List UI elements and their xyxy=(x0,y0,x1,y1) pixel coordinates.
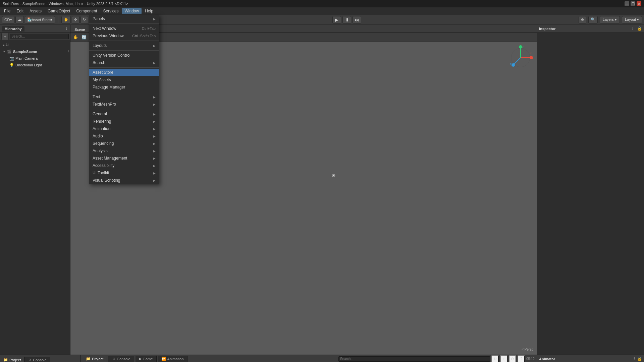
move-tool[interactable]: ✛ xyxy=(72,16,79,23)
audio-arrow: ▶ xyxy=(153,134,156,138)
menu-next-window[interactable]: Next Window Ctrl+Tab xyxy=(89,25,159,32)
menu-textmeshpro[interactable]: TextMeshPro ▶ xyxy=(89,101,159,108)
tab-scene[interactable]: Scene xyxy=(70,26,89,33)
hierarchy-scene-item[interactable]: ▼ 🎬 SampleScene ⋮ xyxy=(0,48,70,55)
menu-general[interactable]: General ▶ xyxy=(89,110,159,118)
assets-add-btn[interactable]: + xyxy=(500,355,507,362)
assets-help-btn[interactable]: ? xyxy=(518,355,525,362)
menu-services[interactable]: Services xyxy=(100,8,121,14)
menu-asset-store[interactable]: Asset Store xyxy=(89,69,159,76)
next-window-shortcut: Ctrl+Tab xyxy=(142,26,156,31)
animator-lock-icon[interactable]: 🔓 xyxy=(637,357,642,361)
tab-console-2[interactable]: 🖥 Console xyxy=(108,356,134,362)
assets-settings-btn[interactable]: ⚙ xyxy=(509,355,516,362)
next-window-label: Next Window xyxy=(93,26,116,31)
scene-orbit-btn[interactable]: 🔄 xyxy=(80,34,88,41)
hierarchy-add-button[interactable]: + xyxy=(1,33,9,40)
hierarchy-tab[interactable]: Hierarchy xyxy=(2,26,24,32)
sequencing-label: Sequencing xyxy=(93,141,114,146)
menu-visual-scripting[interactable]: Visual Scripting ▶ xyxy=(89,177,159,184)
asset-store-menu-label: Asset Store xyxy=(93,70,113,75)
assets-search-input[interactable] xyxy=(338,356,490,362)
console-label-2: Console xyxy=(117,357,130,361)
menu-analysis[interactable]: Analysis ▶ xyxy=(89,147,159,155)
inspector-menu-icon[interactable]: ⋮ xyxy=(631,26,635,31)
hierarchy-light-item[interactable]: 💡 Directional Light xyxy=(0,62,70,68)
svg-text:X: X xyxy=(530,52,532,55)
assets-refresh-btn[interactable]: ↻ xyxy=(491,355,499,362)
scene-hand-btn[interactable]: ✋ xyxy=(72,34,79,41)
package-manager-label: Package Manager xyxy=(93,85,125,89)
collab-button[interactable]: ⊙ xyxy=(579,16,586,23)
layout-button[interactable]: Layout ▾ xyxy=(622,16,642,23)
menu-audio[interactable]: Audio ▶ xyxy=(89,132,159,140)
menu-rendering[interactable]: Rendering ▶ xyxy=(89,118,159,125)
menu-package-manager[interactable]: Package Manager xyxy=(89,83,159,91)
hierarchy-camera-item[interactable]: 📷 Main Camera xyxy=(0,55,70,62)
menu-prev-window[interactable]: Previous Window Ctrl+Shift+Tab xyxy=(89,32,159,40)
menu-panels[interactable]: Panels ▶ xyxy=(89,15,159,22)
search-toolbar-button[interactable]: 🔍 xyxy=(588,16,598,23)
menu-assets[interactable]: Assets xyxy=(27,8,44,14)
cloud-button[interactable]: ☁ xyxy=(15,16,24,23)
menu-my-assets[interactable]: My Assets xyxy=(89,76,159,83)
rotate-tool[interactable]: ↻ xyxy=(80,16,88,23)
inspector-tab[interactable]: Inspector xyxy=(539,27,556,31)
menu-component[interactable]: Component xyxy=(73,8,100,14)
console-tab-icon: 🖥 xyxy=(28,358,32,362)
menu-search[interactable]: Search ▶ xyxy=(89,59,159,66)
tab-console[interactable]: 🖥 Console xyxy=(24,357,50,362)
sequencing-arrow: ▶ xyxy=(153,142,156,145)
tab-game-2[interactable]: ▶ Game xyxy=(136,356,157,362)
panels-label: Panels xyxy=(93,16,105,21)
animator-menu-icon[interactable]: ⋮ xyxy=(632,357,636,361)
hierarchy-menu-icon[interactable]: ⋮ xyxy=(64,26,68,31)
menu-gameobject[interactable]: GameObject xyxy=(45,8,73,14)
menu-animation[interactable]: Animation ▶ xyxy=(89,125,159,132)
svg-point-8 xyxy=(512,63,515,67)
project-tab-label: Project xyxy=(9,358,21,362)
menu-window[interactable]: Window xyxy=(122,8,142,14)
inspector-lock-icon[interactable]: 🔓 xyxy=(637,26,642,31)
tab-animation-2[interactable]: ⏩ Animation xyxy=(158,356,187,362)
title-bar: SorbiDers - SampleScene - Windows, Mac, … xyxy=(0,0,644,7)
sep-3 xyxy=(89,50,159,51)
ui-toolkit-arrow: ▶ xyxy=(153,171,156,175)
rendering-arrow: ▶ xyxy=(153,120,156,123)
menu-ui-toolkit[interactable]: UI Toolkit ▶ xyxy=(89,169,159,177)
restore-button[interactable]: ❐ xyxy=(631,1,635,6)
hierarchy-all-item[interactable]: ● All xyxy=(0,42,70,48)
menu-help[interactable]: Help xyxy=(142,8,156,14)
menu-layouts[interactable]: Layouts ▶ xyxy=(89,42,159,49)
play-button[interactable]: ▶ xyxy=(332,16,341,23)
hierarchy-header: Hierarchy ⋮ xyxy=(0,25,70,33)
asset-store-button[interactable]: 🏪 Asset Store ▾ xyxy=(25,16,55,23)
menu-edit[interactable]: Edit xyxy=(14,8,26,14)
sep-6 xyxy=(89,109,159,109)
project-icon-2: 📁 xyxy=(86,357,91,361)
layers-button[interactable]: Layers ▾ xyxy=(600,16,620,23)
hierarchy-search-input[interactable] xyxy=(10,34,69,39)
scene-icon: 🎬 xyxy=(7,50,12,54)
pause-button[interactable]: ⏸ xyxy=(342,16,351,23)
menu-file[interactable]: File xyxy=(1,8,13,14)
assets-area: 📁 Project 🖥 Console ▶ Game ⏩ Animation ↻… xyxy=(80,355,537,362)
tab-project[interactable]: 📁 Project xyxy=(0,357,24,362)
menu-text[interactable]: Text ▶ xyxy=(89,93,159,101)
tab-project-2[interactable]: 📁 Project xyxy=(83,356,107,362)
menu-asset-management[interactable]: Asset Management ▶ xyxy=(89,155,159,162)
hand-tool[interactable]: ✋ xyxy=(61,16,71,23)
minimize-button[interactable]: — xyxy=(625,1,629,6)
menu-accessibility[interactable]: Accessibility ▶ xyxy=(89,162,159,169)
menu-unity-version[interactable]: Unity Version Control xyxy=(89,52,159,59)
layouts-label: Layouts xyxy=(93,43,107,48)
sep-4 xyxy=(89,67,159,68)
step-button[interactable]: ⏭ xyxy=(353,16,361,23)
menu-sequencing[interactable]: Sequencing ▶ xyxy=(89,140,159,147)
hierarchy-scene-menu[interactable]: ⋮ xyxy=(67,50,70,54)
accessibility-arrow: ▶ xyxy=(153,164,156,168)
ui-toolkit-label: UI Toolkit xyxy=(93,171,109,175)
close-button[interactable]: ✕ xyxy=(637,1,641,6)
gd-button[interactable]: GD ▾ xyxy=(2,16,14,23)
inspector-content xyxy=(537,33,644,355)
